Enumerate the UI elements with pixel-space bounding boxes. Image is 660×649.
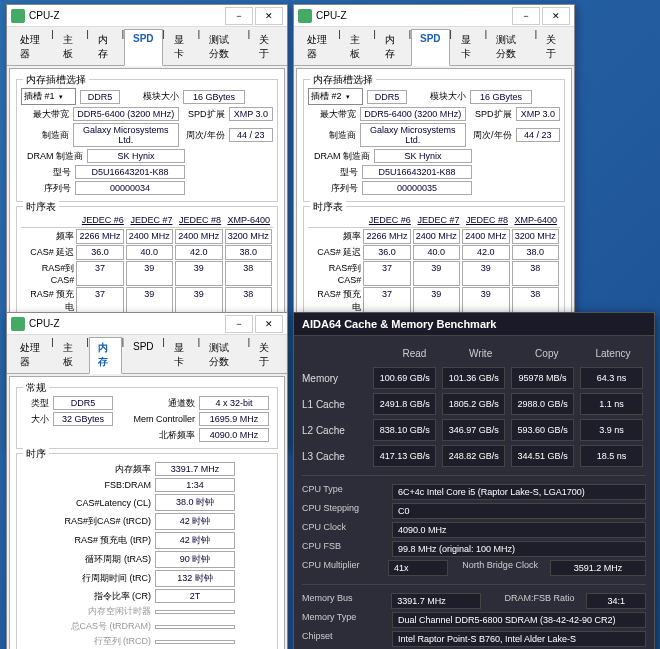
tab-about[interactable]: 关于 (250, 337, 283, 373)
aida-cell: 64.3 ns (580, 367, 643, 389)
val-ras: 90 时钟 (155, 551, 235, 568)
row-label: 频率 (21, 229, 75, 244)
row-label: RAS#到CAS# (21, 261, 75, 286)
close-button[interactable]: ✕ (542, 7, 570, 25)
label-dram: DRAM 制造商 (308, 150, 370, 163)
row-label: CAS# 延迟 (21, 245, 75, 260)
minimize-button[interactable]: − (225, 7, 253, 25)
aida-cell: 2491.8 GB/s (373, 393, 436, 415)
val-dram: SK Hynix (374, 149, 472, 163)
val-model: D5U16643201-K88 (75, 165, 185, 179)
cell: 39 (413, 287, 460, 315)
val-cr: 2T (155, 589, 235, 603)
tab-mem[interactable]: 内存 (89, 337, 122, 374)
aida-cell: 344.51 GB/s (511, 445, 574, 467)
aida-cell: 1805.2 GB/s (442, 393, 505, 415)
tab-gpu[interactable]: 显卡 (165, 337, 198, 373)
aida-col: Write (448, 348, 514, 359)
val-serial: 00000035 (362, 181, 472, 195)
window-title: CPU-Z (29, 318, 225, 329)
slot-select[interactable]: 插槽 #2 (308, 88, 363, 105)
cell: 40.0 (126, 245, 173, 260)
cell: 3200 MHz (225, 229, 272, 244)
tab-mem[interactable]: 内存 (376, 29, 409, 65)
tab-mb[interactable]: 主板 (54, 29, 87, 65)
col-h: XMP-6400 (224, 213, 273, 227)
label-modsize: 模块大小 (411, 90, 466, 103)
val-modsize: 16 GBytes (470, 90, 532, 104)
label-freq: 内存频率 (21, 463, 151, 476)
slot-select[interactable]: 插槽 #1 (21, 88, 76, 105)
v-stepping: C0 (392, 503, 646, 519)
app-icon (11, 9, 25, 23)
cell: 38 (225, 287, 272, 315)
tab-spd[interactable]: SPD (411, 29, 450, 66)
label-rc: 行周期时间 (tRC) (21, 572, 151, 585)
tab-spd[interactable]: SPD (124, 337, 163, 373)
label-tcas: 总CAS号 (tRDRAM) (21, 620, 151, 633)
aida-cell: 1.1 ns (580, 393, 643, 415)
close-button[interactable]: ✕ (255, 7, 283, 25)
titlebar[interactable]: CPU-Z − ✕ (294, 5, 574, 27)
tab-about[interactable]: 关于 (250, 29, 283, 65)
tab-spd[interactable]: SPD (124, 29, 163, 66)
aida-row-label: Memory (302, 373, 370, 384)
k-clock: CPU Clock (302, 522, 392, 538)
table-row: RAS#到CAS#37393938 (308, 261, 560, 286)
label-wkyr: 周次/年份 (470, 129, 512, 142)
tab-cpu[interactable]: 处理器 (11, 29, 51, 65)
tab-cpu[interactable]: 处理器 (298, 29, 338, 65)
minimize-button[interactable]: − (512, 7, 540, 25)
tab-bench[interactable]: 测试分数 (200, 29, 248, 65)
tab-mem[interactable]: 内存 (89, 29, 122, 65)
cell: 39 (175, 261, 222, 286)
group-timing-title: 时序表 (310, 200, 346, 214)
cell: 37 (363, 287, 410, 315)
v-chipset: Intel Raptor Point-S B760, Intel Alder L… (392, 631, 646, 647)
tab-about[interactable]: 关于 (537, 29, 570, 65)
cpuz-mem: CPU-Z − ✕ 处理器| 主板| 内存| SPD| 显卡| 测试分数| 关于… (6, 312, 288, 649)
aida-row-label: L1 Cache (302, 399, 370, 410)
cell: 39 (462, 261, 509, 286)
row-label: 频率 (308, 229, 362, 244)
k-chipset: Chipset (302, 631, 392, 647)
cell: 2266 MHz (363, 229, 410, 244)
k-memtype: Memory Type (302, 612, 392, 628)
val-idle (155, 610, 235, 614)
label-maxbw: 最大带宽 (308, 108, 356, 121)
tab-bench[interactable]: 测试分数 (200, 337, 248, 373)
group-slot-title: 内存插槽选择 (310, 73, 376, 87)
tab-gpu[interactable]: 显卡 (452, 29, 485, 65)
cell: 2400 MHz (462, 229, 509, 244)
k-membus: Memory Bus (302, 593, 391, 609)
v-clock: 4090.0 MHz (392, 522, 646, 538)
label-ras: 循环周期 (tRAS) (21, 553, 151, 566)
cell: 2400 MHz (126, 229, 173, 244)
cell: 38.0 (225, 245, 272, 260)
titlebar[interactable]: CPU-Z − ✕ (7, 5, 287, 27)
titlebar[interactable]: CPU-Z − ✕ (7, 313, 287, 335)
v-fsb: 99.8 MHz (original: 100 MHz) (392, 541, 646, 557)
tab-bench[interactable]: 测试分数 (487, 29, 535, 65)
k-fsb: CPU FSB (302, 541, 392, 557)
cell: 2266 MHz (76, 229, 123, 244)
minimize-button[interactable]: − (225, 315, 253, 333)
window-title: CPU-Z (316, 10, 512, 21)
tab-cpu[interactable]: 处理器 (11, 337, 51, 373)
val-chan: 4 x 32-bit (199, 396, 269, 410)
tab-gpu[interactable]: 显卡 (165, 29, 198, 65)
group-timing-title: 时序 (23, 447, 49, 461)
label-model: 型号 (308, 166, 358, 179)
group-slot-title: 内存插槽选择 (23, 73, 89, 87)
aida-title[interactable]: AIDA64 Cache & Memory Benchmark (294, 313, 654, 336)
tab-mb[interactable]: 主板 (54, 337, 87, 373)
mem-panel: 常规 类型 DDR5 通道数 4 x 32-bit 大小 32 GBytes M… (9, 376, 285, 649)
tab-mb[interactable]: 主板 (341, 29, 374, 65)
row-label: RAS# 预充电 (21, 287, 75, 315)
close-button[interactable]: ✕ (255, 315, 283, 333)
cell: 3200 MHz (512, 229, 559, 244)
aida-row: L1 Cache2491.8 GB/s1805.2 GB/s2988.0 GB/… (302, 393, 646, 415)
table-row: RAS# 预充电37393938 (21, 287, 273, 315)
v-memtype: Dual Channel DDR5-6800 SDRAM (38-42-42-9… (392, 612, 646, 628)
aida-row: L2 Cache838.10 GB/s346.97 GB/s593.60 GB/… (302, 419, 646, 441)
